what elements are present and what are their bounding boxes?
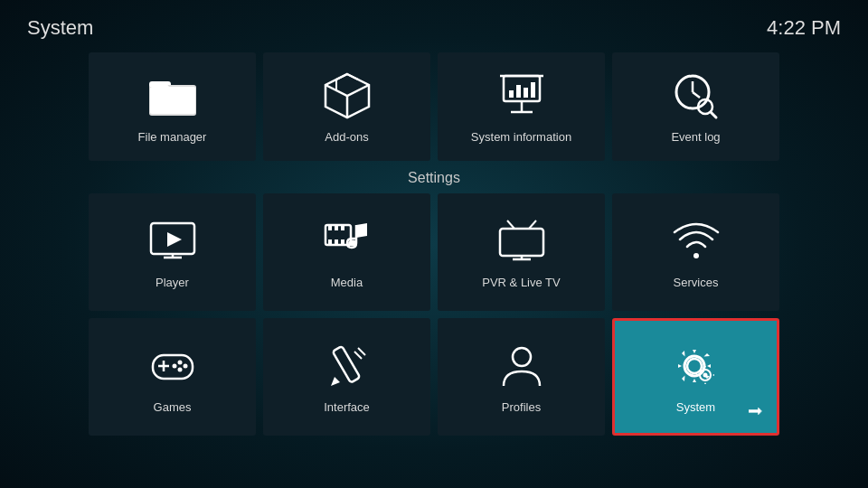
- svg-marker-21: [167, 232, 182, 247]
- svg-line-35: [507, 221, 514, 229]
- media-icon: [322, 216, 373, 267]
- tile-media[interactable]: Media: [263, 193, 430, 311]
- box-icon: [322, 70, 373, 121]
- svg-line-48: [354, 352, 362, 359]
- wifi-icon: [671, 216, 722, 267]
- svg-line-36: [529, 221, 536, 229]
- svg-point-42: [183, 363, 187, 368]
- tile-system-information-label: System information: [471, 130, 571, 144]
- tile-event-log[interactable]: Event log: [612, 52, 779, 161]
- svg-point-50: [687, 359, 702, 373]
- tile-file-manager-label: File manager: [138, 130, 207, 144]
- presentation-icon: [496, 70, 547, 121]
- svg-rect-3: [150, 87, 195, 114]
- tile-file-manager[interactable]: File manager: [89, 52, 256, 161]
- svg-rect-29: [335, 239, 338, 245]
- tile-profiles-label: Profiles: [502, 400, 541, 414]
- svg-rect-12: [516, 85, 521, 98]
- tile-system-information[interactable]: System information: [438, 52, 605, 161]
- svg-rect-28: [328, 239, 332, 245]
- svg-rect-45: [332, 345, 359, 382]
- tile-interface-label: Interface: [324, 400, 370, 414]
- svg-rect-27: [341, 225, 344, 230]
- svg-rect-25: [328, 225, 332, 230]
- app-title: System: [27, 16, 93, 40]
- tile-interface[interactable]: Interface: [263, 318, 430, 436]
- settings-row-2: Games Interface Profiles: [0, 318, 868, 436]
- tile-pvr-live-tv[interactable]: PVR & Live TV: [438, 193, 605, 311]
- tile-pvr-live-tv-label: PVR & Live TV: [482, 276, 560, 289]
- tile-system-label: System: [676, 400, 715, 414]
- tile-profiles[interactable]: Profiles: [438, 318, 605, 436]
- svg-line-17: [693, 92, 700, 98]
- folder-icon: [147, 70, 198, 121]
- top-tiles-row: File manager Add-ons System information: [0, 52, 868, 161]
- tile-media-label: Media: [331, 276, 363, 289]
- tile-games-label: Games: [154, 400, 192, 414]
- tile-player-label: Player: [156, 276, 189, 289]
- tile-player[interactable]: Player: [89, 193, 256, 311]
- svg-rect-13: [524, 88, 528, 98]
- system-gear-icon: [671, 341, 722, 391]
- svg-line-47: [358, 348, 365, 355]
- clock-search-icon: [671, 70, 722, 121]
- svg-point-43: [177, 367, 182, 371]
- svg-marker-46: [331, 377, 340, 386]
- tile-system[interactable]: System ⮕: [612, 318, 779, 436]
- svg-line-19: [711, 112, 716, 117]
- svg-rect-32: [500, 229, 543, 256]
- tv-icon: [496, 216, 547, 267]
- svg-point-49: [513, 348, 531, 366]
- tile-add-ons[interactable]: Add-ons: [263, 52, 430, 161]
- svg-point-37: [693, 253, 699, 258]
- tile-services-label: Services: [674, 276, 719, 289]
- clock: 4:22 PM: [767, 16, 841, 40]
- cursor-indicator: ⮕: [748, 403, 764, 422]
- svg-rect-14: [531, 82, 535, 98]
- tile-add-ons-label: Add-ons: [325, 130, 368, 144]
- header: System 4:22 PM: [0, 0, 868, 40]
- svg-point-31: [348, 239, 357, 246]
- tile-games[interactable]: Games: [89, 318, 256, 436]
- svg-point-41: [177, 360, 182, 364]
- svg-rect-26: [335, 225, 338, 230]
- gamepad-icon: [147, 341, 198, 391]
- svg-rect-11: [509, 90, 514, 98]
- svg-point-53: [703, 372, 707, 377]
- svg-point-44: [172, 363, 176, 368]
- svg-rect-30: [341, 239, 344, 245]
- brush-icon: [322, 341, 373, 391]
- settings-section-label: Settings: [0, 170, 868, 186]
- tile-event-log-label: Event log: [671, 130, 720, 144]
- play-icon: [147, 216, 198, 267]
- person-icon: [496, 341, 547, 391]
- settings-row-1: Player Media PVR & Live TV: [0, 193, 868, 311]
- tile-services[interactable]: Services: [612, 193, 779, 311]
